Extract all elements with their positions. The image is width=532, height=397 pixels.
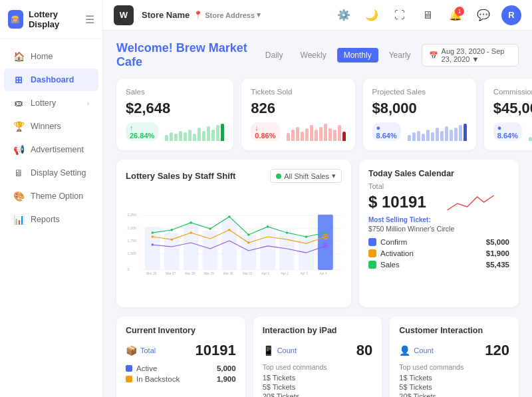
customer-cmd-2: 20$ Tickets [399, 392, 509, 397]
bar-0 [165, 135, 168, 141]
most-selling-label: Most Selling Ticket: [368, 216, 509, 223]
ipad-count-value: 80 [356, 342, 372, 359]
ipad-count-row: 📱 Count 80 [263, 342, 373, 359]
bar-6 [315, 130, 318, 141]
chart-header: Lottery Sales by Staff Shift All Shift S… [126, 169, 342, 183]
nav-icon-display-setting: 🖥 [13, 168, 24, 178]
svg-point-20 [152, 231, 154, 234]
kpi-chart-1 [287, 122, 346, 141]
kpi-value-2: $8,000 [372, 100, 467, 117]
kpi-value-3: $45,000 [493, 100, 532, 117]
nav-label-theme-option: Theme Option [31, 192, 83, 201]
kpi-value-1: 826 [251, 100, 345, 117]
svg-point-21 [170, 229, 173, 231]
bottom-row: Current Inventory 📦 Total 10191 Active 5… [116, 317, 519, 397]
bar-5 [310, 125, 313, 141]
date-range-picker[interactable]: 📅 Aug 23, 2020 - Sep 23, 2020 ▼ [422, 44, 519, 66]
bar-3 [179, 131, 182, 141]
user-avatar[interactable]: R [501, 5, 521, 25]
svg-text:2,000: 2,000 [127, 226, 136, 230]
cal-item-val-2: $5,435 [486, 261, 509, 269]
svg-text:Apr 4: Apr 4 [319, 272, 327, 275]
period-weekly[interactable]: Weekly [294, 48, 333, 63]
ipad-card: Interaction by iPad 📱 Count 80 Top used … [253, 317, 382, 397]
bar-12 [221, 124, 224, 141]
bar-5 [431, 132, 434, 141]
nav-label-display-setting: Display Setting [31, 168, 86, 178]
period-yearly[interactable]: Yearly [382, 48, 418, 63]
kpi-card-3: Commission Comes $45,000 ● 8.64% [484, 78, 532, 150]
sidebar-nav: 🏠 Home ⊞ Dashboard 🎟 Lottery › 🏆 Winners… [0, 39, 102, 397]
bar-2 [174, 134, 178, 141]
bar-4 [426, 130, 430, 141]
svg-text:1,750: 1,750 [127, 239, 136, 243]
cal-dot-1 [368, 249, 376, 257]
bar-8 [445, 126, 448, 141]
svg-rect-16 [260, 229, 275, 270]
kpi-label-3: Commission Comes [493, 88, 532, 96]
svg-point-25 [247, 233, 250, 236]
period-daily[interactable]: Daily [259, 48, 290, 63]
chart-filter[interactable]: All Shift Sales ▾ [270, 169, 342, 183]
bar-4 [184, 132, 187, 141]
menu-toggle-icon[interactable]: ☰ [85, 13, 94, 26]
calendar-item-0: Confirm $5,000 [368, 238, 509, 246]
welcome-row: Welcome! Brew Market Cafe Daily Weekly M… [116, 41, 519, 69]
svg-text:Mar 29: Mar 29 [204, 272, 214, 275]
customer-count-row: 👤 Count 120 [399, 342, 509, 359]
customer-count-label: 👤 Count [399, 345, 433, 356]
svg-rect-11 [164, 233, 180, 270]
calendar-total-label: Total [368, 182, 509, 190]
sidebar-item-display-setting[interactable]: 🖥 Display Setting [4, 162, 98, 184]
sidebar-item-advertisement[interactable]: 📢 Advertisement [4, 138, 98, 161]
svg-point-33 [228, 229, 231, 231]
settings-icon[interactable]: ⚙️ [334, 5, 354, 25]
svg-rect-14 [221, 219, 237, 270]
svg-point-34 [247, 241, 250, 244]
period-monthly[interactable]: Monthly [337, 48, 378, 63]
kpi-footer-1: ↓ 0.86% [251, 122, 345, 141]
sidebar-item-reports[interactable]: 📊 Reports [4, 208, 98, 231]
sidebar: 🎰 Lottery Display ☰ 🏠 Home ⊞ Dashboard 🎟… [0, 0, 103, 397]
svg-rect-12 [184, 225, 199, 270]
nav-icon-reports: 📊 [13, 214, 24, 225]
svg-text:0: 0 [127, 267, 129, 271]
svg-point-24 [228, 215, 231, 218]
bar-9 [450, 130, 453, 141]
svg-text:Mar 31: Mar 31 [243, 272, 253, 275]
svg-point-27 [286, 231, 289, 234]
ipad-cmd-1: 5$ Tickets [263, 383, 373, 391]
bar-2 [296, 127, 299, 141]
monitor-icon[interactable]: 🖥 [418, 5, 438, 25]
sidebar-item-lottery[interactable]: 🎟 Lottery › [4, 92, 98, 114]
bar-12 [342, 132, 346, 141]
content-area: Welcome! Brew Market Cafe Daily Weekly M… [103, 31, 532, 397]
cal-item-label-2: Sales [380, 261, 482, 269]
svg-point-32 [190, 231, 192, 234]
bar-9 [207, 126, 210, 141]
kpi-value-0: $2,648 [126, 100, 224, 117]
sidebar-item-winners[interactable]: 🏆 Winners [4, 115, 98, 138]
chat-icon[interactable]: 💬 [473, 5, 493, 25]
sidebar-item-home[interactable]: 🏠 Home [4, 45, 98, 68]
bar-0 [529, 137, 532, 141]
customer-count-value: 120 [485, 342, 509, 359]
bar-2 [417, 131, 420, 141]
bar-9 [329, 128, 332, 141]
bar-8 [324, 124, 327, 141]
ipad-cmd-2: 20$ Tickets [263, 392, 373, 397]
moon-icon[interactable]: 🌙 [362, 5, 382, 25]
svg-point-35 [325, 235, 327, 238]
fullscreen-icon[interactable]: ⛶ [390, 5, 410, 25]
sidebar-item-dashboard[interactable]: ⊞ Dashboard [4, 68, 98, 91]
bar-3 [301, 132, 304, 141]
kpi-card-0: Sales $2,648 ↑ 26.84% [116, 78, 233, 150]
sidebar-item-theme-option[interactable]: 🎨 Theme Option [4, 185, 98, 207]
bar-7 [440, 131, 444, 141]
inventory-total-row: 📦 Total 10191 [126, 342, 236, 359]
nav-label-dashboard: Dashboard [31, 75, 74, 84]
notification-icon[interactable]: 🔔 1 [446, 5, 466, 25]
bar-0 [287, 133, 290, 141]
cal-sparkline-svg [432, 190, 509, 213]
chart-card: Lottery Sales by Staff Shift All Shift S… [116, 160, 351, 307]
